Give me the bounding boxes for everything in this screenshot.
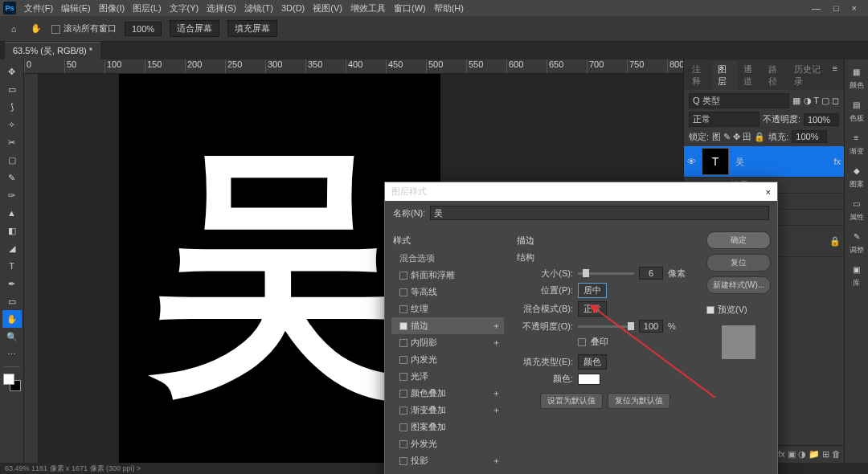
tab-history[interactable]: 历史记录 [789, 61, 828, 90]
options-bar: ⌂ ✋ 滚动所有窗口 100% 适合屏幕 填充屏幕 [0, 16, 868, 42]
menu-view[interactable]: 视图(V) [309, 1, 346, 16]
menu-window[interactable]: 窗口(W) [391, 1, 429, 16]
blend-mode-select[interactable]: 正常 [689, 112, 760, 127]
panel-menu-icon[interactable]: ≡ [829, 61, 841, 90]
app-logo: Ps [3, 2, 16, 14]
fit-screen-button[interactable]: 适合屏幕 [170, 20, 219, 37]
brush-tool-icon[interactable]: ✑ [2, 186, 22, 204]
new-style-button[interactable]: 新建样式(W)... [706, 276, 771, 294]
move-tool-icon[interactable]: ✥ [2, 63, 22, 80]
size-input[interactable]: 6 [639, 267, 663, 280]
home-icon[interactable]: ⌂ [6, 22, 21, 36]
hand-tool-icon[interactable]: ✋ [29, 22, 43, 36]
layer-row[interactable]: 👁 T 吴 fx [684, 146, 844, 178]
menu-edit[interactable]: 编辑(E) [58, 1, 94, 16]
libraries-panel-icon[interactable]: ▣ [847, 260, 866, 278]
shape-tool-icon[interactable]: ▭ [2, 292, 22, 310]
preview-checkbox[interactable] [706, 306, 714, 314]
more-tools-icon[interactable]: ⋯ [2, 345, 22, 363]
set-default-button[interactable]: 设置为默认值 [540, 393, 603, 409]
fill-field[interactable]: 100% [792, 130, 827, 143]
window-minimize[interactable]: — [809, 2, 824, 14]
name-label: 名称(N): [393, 207, 425, 219]
opacity-slider[interactable] [578, 325, 634, 328]
gradients-panel-icon[interactable]: ≡ [847, 129, 866, 146]
stamp-tool-icon[interactable]: ▲ [2, 204, 22, 222]
tab-notes[interactable]: 注释 [687, 61, 711, 90]
menu-file[interactable]: 文件(F) [21, 1, 56, 16]
menu-select[interactable]: 选择(S) [203, 1, 240, 16]
menu-image[interactable]: 图像(I) [96, 1, 128, 16]
position-select[interactable]: 居中 [578, 283, 607, 298]
style-item-pattern-overlay[interactable]: 图案叠加 [391, 419, 504, 435]
tab-layers[interactable]: 图层 [713, 61, 737, 90]
patterns-panel-icon[interactable]: ◆ [847, 161, 866, 179]
document-tab[interactable]: 63.5% (吴, RGB/8) * [5, 42, 100, 59]
frame-tool-icon[interactable]: ▢ [2, 151, 22, 169]
style-item-bevel[interactable]: 斜面和浮雕 [391, 267, 504, 284]
reset-default-button[interactable]: 复位为默认值 [608, 393, 670, 409]
crop-tool-icon[interactable]: ✂ [2, 133, 22, 151]
opacity-input[interactable]: 100 [639, 320, 663, 333]
eraser-tool-icon[interactable]: ◧ [2, 222, 22, 239]
swatches-panel-icon[interactable]: ▤ [847, 96, 866, 113]
style-item-texture[interactable]: 纹理 [391, 300, 504, 317]
text-layer-content: 吴 [151, 146, 408, 403]
menu-type[interactable]: 文字(Y) [166, 1, 203, 16]
lock-icon: 🔒 [829, 236, 841, 247]
opacity-field[interactable]: 100% [804, 113, 839, 126]
style-list: 样式 混合选项 斜面和浮雕 等高线 纹理 描边＋ 内阴影＋ 内发光 光泽 颜色叠… [391, 231, 504, 469]
scroll-all-checkbox[interactable] [51, 25, 60, 34]
ok-button[interactable]: 确定 [706, 231, 771, 249]
blend-mode-select[interactable]: 正常 [578, 301, 607, 317]
hand-tool-icon[interactable]: ✋ [2, 310, 22, 328]
group-title: 描边 [517, 235, 694, 247]
dialog-close-icon[interactable]: × [766, 187, 771, 197]
color-panel-icon[interactable]: ▦ [847, 63, 866, 80]
lock-icons[interactable]: 图 ✎ ✥ 田 🔒 [712, 131, 765, 143]
color-swatch[interactable] [578, 374, 600, 385]
style-item-color-overlay[interactable]: 颜色叠加＋ [391, 385, 504, 402]
menu-plugins[interactable]: 增效工具 [347, 1, 389, 16]
wand-tool-icon[interactable]: ✧ [2, 116, 22, 133]
tab-paths[interactable]: 路径 [764, 61, 788, 90]
layer-name[interactable]: 吴 [732, 156, 830, 168]
menu-3d[interactable]: 3D(D) [278, 2, 308, 14]
style-item-inner-glow[interactable]: 内发光 [391, 351, 504, 368]
type-tool-icon[interactable]: T [2, 257, 22, 275]
style-item-drop-shadow[interactable]: 投影＋ [391, 452, 504, 469]
fx-badge[interactable]: fx [833, 157, 841, 166]
style-blend-options[interactable]: 混合选项 [391, 250, 504, 267]
pen-tool-icon[interactable]: ✒ [2, 275, 22, 292]
menu-layer[interactable]: 图层(L) [129, 1, 164, 16]
style-item-contour[interactable]: 等高线 [391, 284, 504, 300]
style-item-gradient-overlay[interactable]: 渐变叠加＋ [391, 402, 504, 419]
gradient-tool-icon[interactable]: ◢ [2, 239, 22, 257]
style-item-stroke[interactable]: 描边＋ [391, 317, 504, 334]
color-swatch[interactable] [3, 374, 21, 391]
lasso-tool-icon[interactable]: ⟆ [2, 98, 22, 116]
style-item-outer-glow[interactable]: 外发光 [391, 435, 504, 452]
fill-screen-button[interactable]: 填充屏幕 [227, 20, 277, 37]
layer-kind-select[interactable]: Q 类型 [689, 93, 789, 108]
eyedropper-tool-icon[interactable]: ✎ [2, 169, 22, 186]
window-close[interactable]: × [849, 2, 860, 14]
name-input[interactable] [430, 206, 769, 220]
overprint-checkbox[interactable] [578, 338, 586, 346]
window-maximize[interactable]: □ [830, 2, 842, 14]
properties-panel-icon[interactable]: ▭ [847, 194, 866, 212]
size-slider[interactable] [578, 272, 634, 275]
menu-help[interactable]: 帮助(H) [431, 1, 467, 16]
marquee-tool-icon[interactable]: ▭ [2, 80, 22, 98]
zoom-100-button[interactable]: 100% [125, 22, 162, 36]
tab-channels[interactable]: 通道 [739, 61, 763, 90]
filltype-select[interactable]: 颜色 [578, 354, 607, 370]
cancel-button[interactable]: 复位 [706, 254, 771, 272]
visibility-icon[interactable]: 👁 [687, 157, 698, 166]
zoom-tool-icon[interactable]: 🔍 [2, 328, 22, 345]
menu-filter[interactable]: 滤镜(T) [241, 1, 276, 16]
style-item-satin[interactable]: 光泽 [391, 368, 504, 385]
adjustments-panel-icon[interactable]: ✎ [847, 227, 866, 245]
dialog-title-bar[interactable]: 图层样式 × [385, 182, 777, 201]
style-item-inner-shadow[interactable]: 内阴影＋ [391, 334, 504, 351]
